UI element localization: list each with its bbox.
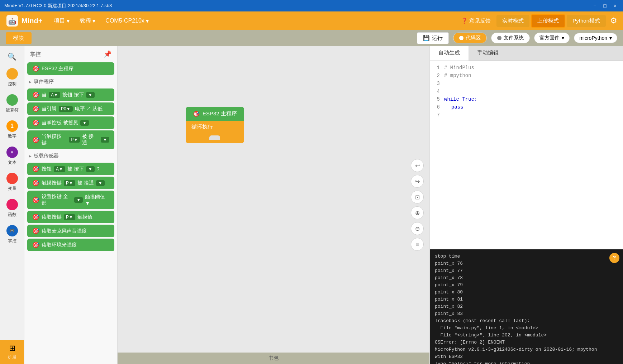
text-icon: ≡	[6, 147, 18, 158]
code-line-2: 2 # mpython	[433, 72, 620, 80]
sidebar-item-number[interactable]: 1 数字	[0, 117, 24, 143]
sidebar-item-function[interactable]: 函数	[0, 195, 24, 221]
canvas-block-slot[interactable]	[186, 133, 244, 143]
block-icon-9: 🎯	[32, 214, 39, 220]
code-content: 1 # MindPlus 2 # mpython 3 4 5	[430, 61, 623, 249]
extension-icon: ⊞	[9, 344, 15, 353]
canvas-main-block[interactable]: 🎯 ESP32 主程序	[186, 107, 244, 121]
when-touch-block[interactable]: 🎯 当触摸按键 P▼ 被 接通 ▼	[27, 130, 114, 149]
canvas-area[interactable]: 🎯 ESP32 主程序 循环执行 ↩ ↪ ⊡ ⊕ ⊖ ≡ 书包	[118, 46, 429, 364]
title-bar-title: Mind+ V1.7.0 RC3.0 新建项目-2021/4/30-22:1:7…	[4, 3, 112, 9]
upload-mode-button[interactable]: 上传模式	[531, 14, 565, 28]
block-icon: 🎯	[32, 65, 39, 72]
close-button[interactable]: ×	[612, 2, 619, 9]
logo-text: Mind+	[22, 17, 42, 25]
sensors-section[interactable]: ▶ 板载传感器	[27, 150, 114, 161]
undo-button[interactable]: ↩	[411, 159, 424, 172]
search-icon: 🔍	[8, 52, 16, 61]
terminal-line-4: point_x 78	[435, 274, 618, 282]
button-pressed-block[interactable]: 🎯 按钮 A▼ 被 按下 ▼ ?	[27, 163, 114, 175]
read-mic-block[interactable]: 🎯 读取麦克风声音强度	[27, 225, 114, 237]
extension-button[interactable]: ⊞ 扩展	[0, 340, 24, 364]
esp32-main-block[interactable]: 🎯 ESP32 主程序	[27, 62, 114, 75]
block-icon-8: 🎯	[32, 197, 39, 203]
redo-button[interactable]: ↪	[411, 175, 424, 188]
project-menu[interactable]: 项目 ▾	[49, 15, 74, 27]
title-bar: Mind+ V1.7.0 RC3.0 新建项目-2021/4/30-22:1:7…	[0, 0, 623, 11]
sidebar-bottom: ⊞ 扩展	[0, 340, 24, 364]
terminal-line-9: point_x 83	[435, 310, 618, 317]
code-line-6: 6 pass	[433, 103, 620, 111]
terminal-line-12: File "<string>", line 202, in <module>	[435, 332, 618, 339]
code-area-icon	[459, 36, 463, 40]
code-tabs: 自动生成 手动编辑	[430, 46, 623, 61]
code-line-7: 7	[433, 111, 620, 119]
when-button-block[interactable]: 🎯 当 A▼ 按钮 按下 ▼	[27, 88, 114, 101]
fit-button[interactable]: ≡	[411, 238, 424, 251]
main-layout: 🔍 控制 运算符 1 数字 ≡ 文本 变量 函数 🎮 掌控	[0, 46, 623, 364]
when-shaken-block[interactable]: 🎯 当掌控板 被摇晃 ▼	[27, 116, 114, 129]
when-pin-block[interactable]: 🎯 当引脚 P0▼ 电平 ↗ 从低	[27, 102, 114, 115]
canvas-loop-block[interactable]: 循环执行	[186, 121, 244, 133]
events-section[interactable]: ▶ 事件程序	[27, 76, 114, 87]
firmware-dropdown[interactable]: 官方固件 ▾	[534, 33, 570, 43]
micropython-chevron-icon: ▾	[609, 35, 612, 41]
block-icon-4: 🎯	[32, 119, 39, 126]
block-icon-6: 🎯	[32, 166, 39, 172]
sidebar-item-text[interactable]: ≡ 文本	[0, 143, 24, 169]
zoom-in-button[interactable]: ⊕	[411, 206, 424, 219]
title-bar-left: Mind+ V1.7.0 RC3.0 新建项目-2021/4/30-22:1:7…	[4, 3, 112, 9]
while-keyword: while	[444, 96, 459, 102]
blocks-panel: 掌控 📌 🎯 ESP32 主程序 ▶ 事件程序 🎯 当 A▼ 按钮 按下 ▼ 🎯…	[24, 46, 118, 364]
sidebar-item-variable[interactable]: 变量	[0, 169, 24, 195]
bookshelf-bar[interactable]: 书包	[118, 353, 429, 364]
crop-button[interactable]: ⊡	[411, 191, 424, 203]
hardware-icon: 🎮	[6, 225, 18, 236]
code-line-1: 1 # MindPlus	[433, 64, 620, 72]
python-mode-button[interactable]: Python模式	[567, 15, 606, 27]
events-arrow-icon: ▶	[29, 80, 32, 84]
terminal-line-7: point_x 81	[435, 296, 618, 303]
code-line-5: 5 while True:	[433, 95, 620, 103]
left-sidebar: 🔍 控制 运算符 1 数字 ≡ 文本 变量 函数 🎮 掌控	[0, 46, 24, 364]
tab-manual-edit[interactable]: 手动编辑	[469, 46, 507, 61]
block-icon-3: 🎯	[32, 105, 39, 112]
touch-connected-block[interactable]: 🎯 触摸按键 P▼ 被 接通 ▼	[27, 177, 114, 189]
port-menu[interactable]: COM5-CP210x ▾	[101, 15, 153, 27]
minimize-button[interactable]: −	[591, 2, 598, 9]
sidebar-item-hardware[interactable]: 🎮 掌控	[0, 221, 24, 248]
gear-icon: ⚙	[610, 16, 617, 25]
sidebar-item-control[interactable]: 控制	[0, 64, 24, 91]
terminal-line-1: stop time	[435, 253, 618, 260]
terminal-line-3: point_x 77	[435, 267, 618, 274]
set-key-threshold-block[interactable]: 🎯 设置按键 全部 ▼ 触摸阈值▼	[27, 191, 114, 209]
feedback-icon: ❓	[461, 18, 468, 24]
right-panel: 自动生成 手动编辑 1 # MindPlus 2 # mpython 3	[429, 46, 623, 364]
realtime-mode-button[interactable]: 实时模式	[496, 15, 529, 27]
sidebar-item-search[interactable]: 🔍	[0, 49, 24, 64]
module-tab[interactable]: 模块	[6, 32, 32, 44]
read-key-value-block[interactable]: 🎯 读取按键 P▼ 触摸值	[27, 211, 114, 223]
code-area-tab[interactable]: 代码区	[453, 33, 487, 43]
settings-button[interactable]: ⚙	[610, 16, 617, 25]
block-icon-11: 🎯	[32, 241, 39, 248]
logo-area: 🤖 Mind+	[6, 14, 42, 27]
zoom-out-button[interactable]: ⊖	[411, 222, 424, 235]
terminal-help-button[interactable]: ?	[609, 253, 619, 263]
run-button[interactable]: 💾 运行	[417, 32, 449, 44]
filesystem-tab[interactable]: 文件系统	[491, 33, 530, 43]
tab-auto-generate[interactable]: 自动生成	[430, 46, 469, 61]
tutorial-menu[interactable]: 教程 ▾	[75, 15, 100, 27]
firmware-chevron-icon: ▾	[562, 35, 564, 41]
terminal-area[interactable]: ? stop time point_x 76 point_x 77 point_…	[430, 249, 623, 364]
read-light-block[interactable]: 🎯 读取环境光强度	[27, 239, 114, 251]
sidebar-item-operator[interactable]: 运算符	[0, 91, 24, 117]
feedback-button[interactable]: ❓ 意见反馈	[457, 15, 495, 27]
maximize-button[interactable]: □	[601, 2, 608, 9]
pin-icon[interactable]: 📌	[104, 50, 111, 58]
terminal-line-16: Type "help()" for more information	[435, 360, 618, 364]
micropython-dropdown[interactable]: microPython ▾	[574, 33, 617, 43]
code-area: 自动生成 手动编辑 1 # MindPlus 2 # mpython 3	[430, 46, 623, 249]
canvas-block-esp32[interactable]: 🎯 ESP32 主程序 循环执行	[186, 107, 244, 143]
canvas-block-notch	[209, 135, 220, 140]
